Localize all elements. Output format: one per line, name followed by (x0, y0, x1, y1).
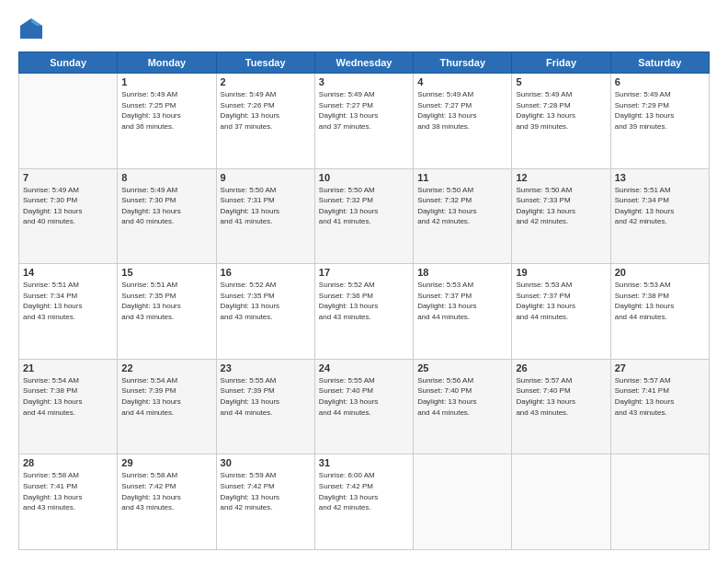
day-number: 4 (417, 76, 507, 87)
day-info: Sunrise: 5:49 AM Sunset: 7:26 PM Dayligh… (221, 89, 311, 132)
week-row-3: 21Sunrise: 5:54 AM Sunset: 7:38 PM Dayli… (19, 359, 710, 454)
day-cell: 22Sunrise: 5:54 AM Sunset: 7:39 PM Dayli… (118, 359, 216, 454)
day-number: 5 (516, 76, 606, 87)
day-cell: 7Sunrise: 5:49 AM Sunset: 7:30 PM Daylig… (19, 168, 118, 264)
day-info: Sunrise: 5:49 AM Sunset: 7:25 PM Dayligh… (121, 89, 211, 132)
day-cell: 11Sunrise: 5:50 AM Sunset: 7:32 PM Dayli… (414, 168, 512, 264)
day-info: Sunrise: 6:00 AM Sunset: 7:42 PM Dayligh… (319, 470, 409, 512)
day-cell: 27Sunrise: 5:57 AM Sunset: 7:41 PM Dayli… (610, 359, 709, 454)
day-number: 28 (23, 457, 113, 468)
day-info: Sunrise: 5:59 AM Sunset: 7:42 PM Dayligh… (221, 470, 311, 512)
day-number: 6 (615, 76, 705, 87)
day-cell: 1Sunrise: 5:49 AM Sunset: 7:25 PM Daylig… (118, 74, 216, 169)
day-cell: 25Sunrise: 5:56 AM Sunset: 7:40 PM Dayli… (414, 359, 512, 454)
day-number: 16 (221, 267, 311, 278)
day-number: 12 (516, 172, 606, 183)
day-info: Sunrise: 5:58 AM Sunset: 7:42 PM Dayligh… (121, 470, 211, 512)
day-cell: 15Sunrise: 5:51 AM Sunset: 7:35 PM Dayli… (118, 264, 216, 360)
day-cell (414, 454, 512, 550)
day-cell: 16Sunrise: 5:52 AM Sunset: 7:35 PM Dayli… (216, 264, 314, 360)
day-cell: 30Sunrise: 5:59 AM Sunset: 7:42 PM Dayli… (216, 454, 314, 550)
day-info: Sunrise: 5:51 AM Sunset: 7:35 PM Dayligh… (121, 280, 211, 322)
day-info: Sunrise: 5:52 AM Sunset: 7:35 PM Dayligh… (221, 280, 311, 322)
day-cell: 23Sunrise: 5:55 AM Sunset: 7:39 PM Dayli… (216, 359, 314, 454)
day-info: Sunrise: 5:53 AM Sunset: 7:37 PM Dayligh… (516, 280, 606, 322)
day-cell: 26Sunrise: 5:57 AM Sunset: 7:40 PM Dayli… (512, 359, 610, 454)
day-info: Sunrise: 5:49 AM Sunset: 7:28 PM Dayligh… (516, 89, 606, 132)
day-info: Sunrise: 5:52 AM Sunset: 7:36 PM Dayligh… (319, 280, 409, 322)
day-number: 9 (221, 172, 311, 183)
day-number: 2 (221, 76, 311, 87)
day-number: 17 (319, 267, 409, 278)
calendar-table: SundayMondayTuesdayWednesdayThursdayFrid… (18, 52, 710, 550)
day-number: 10 (319, 172, 409, 183)
day-number: 21 (23, 362, 113, 373)
day-number: 7 (23, 172, 113, 183)
day-number: 3 (319, 76, 409, 87)
day-header-wednesday: Wednesday (314, 52, 413, 74)
day-info: Sunrise: 5:55 AM Sunset: 7:39 PM Dayligh… (221, 375, 311, 418)
day-cell: 12Sunrise: 5:50 AM Sunset: 7:33 PM Dayli… (512, 168, 610, 264)
day-number: 22 (121, 362, 211, 373)
page: SundayMondayTuesdayWednesdayThursdayFrid… (0, 0, 728, 563)
day-info: Sunrise: 5:49 AM Sunset: 7:27 PM Dayligh… (319, 89, 409, 132)
day-info: Sunrise: 5:50 AM Sunset: 7:32 PM Dayligh… (319, 185, 409, 227)
day-cell: 17Sunrise: 5:52 AM Sunset: 7:36 PM Dayli… (314, 264, 413, 360)
day-number: 19 (516, 267, 606, 278)
week-row-1: 7Sunrise: 5:49 AM Sunset: 7:30 PM Daylig… (19, 168, 710, 264)
week-row-4: 28Sunrise: 5:58 AM Sunset: 7:41 PM Dayli… (19, 454, 710, 550)
day-cell: 20Sunrise: 5:53 AM Sunset: 7:38 PM Dayli… (610, 264, 709, 360)
day-cell: 9Sunrise: 5:50 AM Sunset: 7:31 PM Daylig… (216, 168, 314, 264)
day-cell: 19Sunrise: 5:53 AM Sunset: 7:37 PM Dayli… (512, 264, 610, 360)
day-number: 27 (615, 362, 705, 373)
day-info: Sunrise: 5:51 AM Sunset: 7:34 PM Dayligh… (615, 185, 705, 227)
day-number: 18 (417, 267, 507, 278)
day-number: 30 (221, 457, 311, 468)
day-header-saturday: Saturday (610, 52, 709, 74)
day-cell: 31Sunrise: 6:00 AM Sunset: 7:42 PM Dayli… (314, 454, 413, 550)
day-info: Sunrise: 5:49 AM Sunset: 7:29 PM Dayligh… (615, 89, 705, 132)
day-info: Sunrise: 5:49 AM Sunset: 7:27 PM Dayligh… (417, 89, 507, 132)
day-number: 1 (121, 76, 211, 87)
day-cell: 4Sunrise: 5:49 AM Sunset: 7:27 PM Daylig… (414, 74, 512, 169)
header (18, 17, 710, 42)
day-number: 8 (121, 172, 211, 183)
day-info: Sunrise: 5:49 AM Sunset: 7:30 PM Dayligh… (121, 185, 211, 227)
day-info: Sunrise: 5:57 AM Sunset: 7:40 PM Dayligh… (516, 375, 606, 418)
day-number: 14 (23, 267, 113, 278)
header-row: SundayMondayTuesdayWednesdayThursdayFrid… (19, 52, 710, 74)
day-number: 13 (615, 172, 705, 183)
day-cell: 3Sunrise: 5:49 AM Sunset: 7:27 PM Daylig… (314, 74, 413, 169)
day-cell: 14Sunrise: 5:51 AM Sunset: 7:34 PM Dayli… (19, 264, 118, 360)
day-info: Sunrise: 5:50 AM Sunset: 7:31 PM Dayligh… (221, 185, 311, 227)
day-cell: 13Sunrise: 5:51 AM Sunset: 7:34 PM Dayli… (610, 168, 709, 264)
day-header-friday: Friday (512, 52, 610, 74)
day-info: Sunrise: 5:53 AM Sunset: 7:38 PM Dayligh… (615, 280, 705, 322)
day-cell: 5Sunrise: 5:49 AM Sunset: 7:28 PM Daylig… (512, 74, 610, 169)
day-cell (19, 74, 118, 169)
day-info: Sunrise: 5:57 AM Sunset: 7:41 PM Dayligh… (615, 375, 705, 418)
day-info: Sunrise: 5:58 AM Sunset: 7:41 PM Dayligh… (23, 470, 113, 512)
day-number: 26 (516, 362, 606, 373)
day-number: 15 (121, 267, 211, 278)
day-info: Sunrise: 5:53 AM Sunset: 7:37 PM Dayligh… (417, 280, 507, 322)
week-row-2: 14Sunrise: 5:51 AM Sunset: 7:34 PM Dayli… (19, 264, 710, 360)
day-number: 25 (417, 362, 507, 373)
day-cell: 2Sunrise: 5:49 AM Sunset: 7:26 PM Daylig… (216, 74, 314, 169)
day-cell: 18Sunrise: 5:53 AM Sunset: 7:37 PM Dayli… (414, 264, 512, 360)
day-cell: 10Sunrise: 5:50 AM Sunset: 7:32 PM Dayli… (314, 168, 413, 264)
day-number: 11 (417, 172, 507, 183)
day-info: Sunrise: 5:55 AM Sunset: 7:40 PM Dayligh… (319, 375, 409, 418)
day-number: 23 (221, 362, 311, 373)
week-row-0: 1Sunrise: 5:49 AM Sunset: 7:25 PM Daylig… (19, 74, 710, 169)
day-cell: 21Sunrise: 5:54 AM Sunset: 7:38 PM Dayli… (19, 359, 118, 454)
logo (18, 17, 48, 42)
day-header-tuesday: Tuesday (216, 52, 314, 74)
day-header-sunday: Sunday (19, 52, 118, 74)
day-info: Sunrise: 5:54 AM Sunset: 7:38 PM Dayligh… (23, 375, 113, 418)
day-info: Sunrise: 5:56 AM Sunset: 7:40 PM Dayligh… (417, 375, 507, 418)
day-number: 20 (615, 267, 705, 278)
day-number: 24 (319, 362, 409, 373)
day-header-thursday: Thursday (414, 52, 512, 74)
day-info: Sunrise: 5:50 AM Sunset: 7:33 PM Dayligh… (516, 185, 606, 227)
